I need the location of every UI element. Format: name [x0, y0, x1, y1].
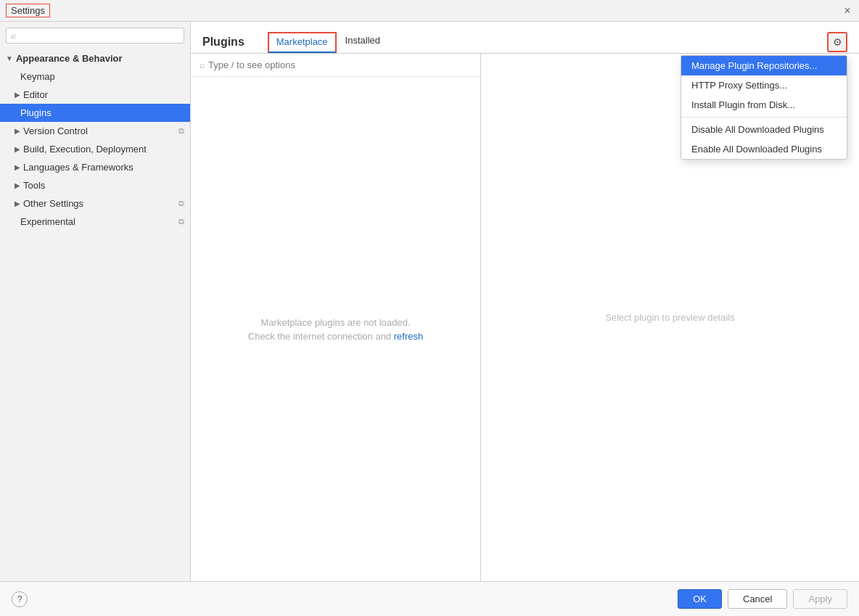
close-button[interactable]: × — [842, 5, 853, 17]
plugin-search-icon: ⌕ — [200, 59, 205, 70]
sidebar-item-label: Version Control — [23, 126, 88, 136]
dropdown-enable-all[interactable]: Enable All Downloaded Plugins — [681, 139, 847, 159]
plugins-header: Plugins Marketplace Installed ⚙ Manage — [191, 22, 859, 54]
title-bar: Settings × — [0, 0, 859, 22]
sidebar-item-label: Build, Execution, Deployment — [23, 144, 147, 155]
not-loaded-msg: Marketplace plugins are not loaded. — [261, 317, 411, 328]
window-title: Settings — [6, 4, 50, 17]
gear-settings-area: ⚙ Manage Plugin Repositories... HTTP Pro… — [827, 32, 847, 52]
check-connection-msg: Check the internet connection and refres… — [248, 331, 423, 342]
gear-button[interactable]: ⚙ — [827, 32, 847, 52]
dropdown-divider — [681, 117, 847, 118]
copy-icon-other: ⧉ — [178, 199, 184, 208]
sidebar-search-box[interactable]: ⌕ — [6, 28, 184, 44]
refresh-link[interactable]: refresh — [394, 331, 423, 342]
tab-installed[interactable]: Installed — [337, 30, 389, 53]
cancel-button[interactable]: Cancel — [728, 589, 787, 609]
tabs-container: Marketplace Installed — [268, 30, 389, 53]
help-icon: ? — [17, 594, 22, 604]
sidebar-item-label: Experimental — [20, 216, 75, 227]
ok-button[interactable]: OK — [678, 589, 722, 609]
sidebar-item-other-settings[interactable]: ▶ Other Settings ⧉ — [0, 194, 190, 213]
sidebar-item-editor[interactable]: ▶ Editor — [0, 86, 190, 104]
dropdown-install-from-disk[interactable]: Install Plugin from Disk... — [681, 95, 847, 115]
plugin-search-input[interactable] — [208, 59, 472, 70]
footer-left: ? — [12, 591, 28, 607]
sidebar-item-build-execution[interactable]: ▶ Build, Execution, Deployment — [0, 140, 190, 158]
plugins-title: Plugins — [202, 36, 244, 49]
sidebar-item-label: Other Settings — [23, 198, 83, 209]
tab-marketplace-label: Marketplace — [276, 36, 328, 47]
dropdown-item-label: Manage Plugin Repositories... — [691, 60, 817, 71]
gear-icon: ⚙ — [833, 36, 842, 48]
tab-installed-label: Installed — [345, 35, 380, 46]
sidebar-item-label: Appearance & Behavior — [16, 53, 123, 64]
expand-arrow-lang: ▶ — [15, 163, 20, 171]
footer: ? OK Cancel Apply — [0, 581, 859, 616]
copy-icon-vc: ⧉ — [178, 126, 184, 136]
dropdown-item-label: Enable All Downloaded Plugins — [691, 144, 822, 155]
footer-right: OK Cancel Apply — [678, 589, 847, 609]
main-layout: ⌕ ▼ Appearance & Behavior Keymap ▶ Edito… — [0, 22, 859, 581]
sidebar-item-experimental[interactable]: Experimental ⧉ — [0, 213, 190, 231]
expand-arrow-vc: ▶ — [15, 127, 20, 135]
expand-arrow-editor: ▶ — [15, 91, 20, 99]
plugin-list-body: Marketplace plugins are not loaded. Chec… — [191, 77, 480, 581]
gear-dropdown-menu: Manage Plugin Repositories... HTTP Proxy… — [681, 55, 847, 160]
apply-button[interactable]: Apply — [793, 589, 847, 609]
help-button[interactable]: ? — [12, 591, 28, 607]
sidebar-search-icon: ⌕ — [11, 30, 16, 41]
sidebar-item-version-control[interactable]: ▶ Version Control ⧉ — [0, 122, 190, 140]
sidebar: ⌕ ▼ Appearance & Behavior Keymap ▶ Edito… — [0, 22, 191, 581]
expand-arrow-other: ▶ — [15, 200, 20, 208]
dropdown-disable-all[interactable]: Disable All Downloaded Plugins — [681, 120, 847, 139]
expand-arrow-build: ▶ — [15, 145, 20, 153]
sidebar-item-label: Languages & Frameworks — [23, 162, 133, 173]
sidebar-item-label: Keymap — [20, 71, 55, 82]
sidebar-item-keymap[interactable]: Keymap — [0, 67, 190, 86]
dropdown-item-label: Disable All Downloaded Plugins — [691, 124, 824, 135]
sidebar-item-languages-frameworks[interactable]: ▶ Languages & Frameworks — [0, 158, 190, 176]
plugin-list-pane: ⌕ Marketplace plugins are not loaded. Ch… — [191, 54, 481, 581]
sidebar-search-input[interactable] — [19, 30, 179, 41]
sidebar-item-label: Tools — [23, 180, 45, 191]
sidebar-item-label: Plugins — [20, 107, 52, 118]
plugin-search-bar[interactable]: ⌕ — [191, 54, 480, 77]
expand-arrow-appearance: ▼ — [6, 54, 13, 62]
dropdown-manage-repos[interactable]: Manage Plugin Repositories... — [681, 56, 847, 75]
preview-hint-text: Select plugin to preview details — [605, 312, 735, 323]
copy-icon-experimental: ⧉ — [178, 217, 184, 226]
content-area: Plugins Marketplace Installed ⚙ Manage — [191, 22, 859, 581]
sidebar-items-list: ▼ Appearance & Behavior Keymap ▶ Editor … — [0, 49, 190, 581]
expand-arrow-tools: ▶ — [15, 181, 20, 189]
dropdown-http-proxy[interactable]: HTTP Proxy Settings... — [681, 75, 847, 95]
sidebar-item-plugins[interactable]: Plugins — [0, 104, 190, 122]
sidebar-item-tools[interactable]: ▶ Tools — [0, 176, 190, 194]
sidebar-item-label: Editor — [23, 89, 48, 100]
sidebar-item-appearance-behavior[interactable]: ▼ Appearance & Behavior — [0, 49, 190, 67]
tab-marketplace[interactable]: Marketplace — [268, 32, 337, 53]
dropdown-item-label: Install Plugin from Disk... — [691, 99, 795, 110]
dropdown-item-label: HTTP Proxy Settings... — [691, 80, 787, 91]
